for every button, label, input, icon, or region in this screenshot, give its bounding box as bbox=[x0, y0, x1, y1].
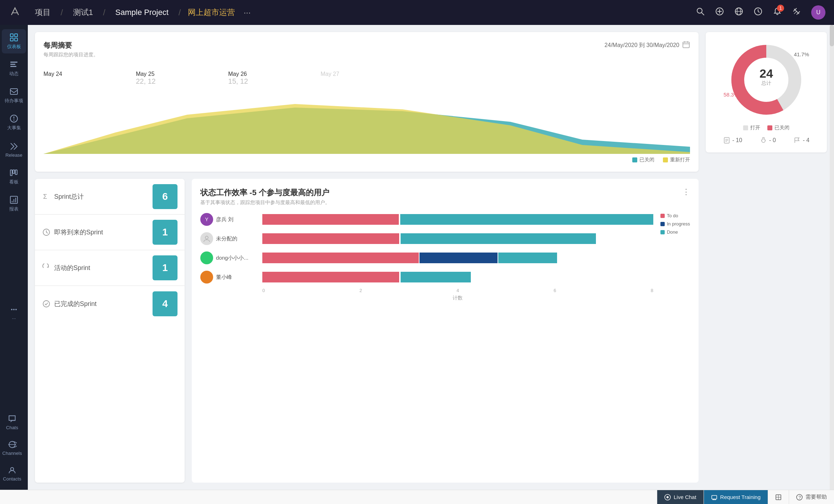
sidebar-item-more[interactable]: ··· bbox=[2, 301, 26, 325]
bottom-row: Σ Sprint总计 6 即将到来的Sprint 1 活动的Sprint bbox=[35, 179, 699, 483]
nav-sample-project[interactable]: Sample Project bbox=[113, 6, 171, 19]
left-panel: 每周摘要 每周跟踪您的项目进度。 24/May/2020 到 30/May/20… bbox=[35, 32, 699, 483]
sprint-completed-badge: 4 bbox=[153, 291, 177, 316]
svg-rect-26 bbox=[10, 170, 12, 176]
bar-chart-wrapper: Y 彦兵 刘 bbox=[200, 213, 690, 301]
help-label: 需要帮助 bbox=[805, 494, 827, 500]
svg-point-64 bbox=[666, 496, 669, 498]
sprint-upcoming-badge: 1 bbox=[153, 220, 177, 245]
sidebar-label-contacts: Contacts bbox=[3, 476, 21, 482]
svg-marker-44 bbox=[43, 104, 690, 154]
user4: 董小峰 bbox=[200, 271, 257, 284]
sprint-total-badge: 6 bbox=[153, 184, 177, 209]
day-spacer2 bbox=[505, 71, 598, 85]
user3-inprogress-bar bbox=[419, 253, 498, 263]
user3-name: dong小小小... bbox=[216, 255, 248, 261]
sidebar-label-dashboard: 仪表板 bbox=[7, 43, 21, 50]
user1-bars bbox=[262, 214, 653, 225]
breadcrumb-sep-1: / bbox=[61, 7, 63, 17]
user-avatar[interactable]: U bbox=[811, 5, 825, 20]
search-icon[interactable] bbox=[696, 7, 705, 19]
sprint-upcoming-card: 即将到来的Sprint 1 bbox=[35, 214, 185, 250]
breadcrumb-sep-2: / bbox=[103, 7, 105, 17]
svg-rect-18 bbox=[15, 38, 17, 41]
svg-text:总计: 总计 bbox=[761, 80, 771, 86]
tool-icon[interactable] bbox=[792, 7, 801, 19]
logo-icon[interactable] bbox=[9, 5, 21, 20]
add-icon[interactable] bbox=[715, 7, 724, 19]
efficiency-subtitle: 基于其事项状态，跟踪您项目中参与度最高和最低的用户。 bbox=[200, 199, 330, 206]
main-content: 每周摘要 每周跟踪您的项目进度。 24/May/2020 到 30/May/20… bbox=[28, 25, 834, 490]
legend-dot-done bbox=[660, 230, 665, 234]
right-panel: 24 总计 41.7% 58.3% 打开 已关闭 bbox=[706, 32, 827, 483]
calendar-icon[interactable] bbox=[682, 41, 690, 50]
x-label-8: 8 bbox=[651, 288, 653, 293]
lang-button[interactable] bbox=[768, 490, 789, 504]
donut-legend: 打开 已关闭 bbox=[714, 125, 818, 131]
sidebar-item-reports[interactable]: 报表 bbox=[2, 192, 26, 216]
svg-line-1 bbox=[702, 12, 704, 15]
chart-legend: 已关闭 重新打开 bbox=[43, 157, 690, 163]
user1-name: 彦兵 刘 bbox=[216, 216, 233, 223]
svg-rect-15 bbox=[10, 34, 13, 37]
nav-test1[interactable]: 测试1 bbox=[70, 6, 96, 19]
request-training-button[interactable]: Request Training bbox=[704, 490, 768, 504]
bar-chart: Y 彦兵 刘 bbox=[200, 213, 653, 284]
bar-row-user2: 未分配的 bbox=[200, 232, 653, 245]
sprint-total-card: Σ Sprint总计 6 bbox=[35, 179, 185, 214]
sidebar-item-board[interactable]: 看板 bbox=[2, 165, 26, 189]
sidebar-item-contacts[interactable]: Contacts bbox=[0, 461, 24, 485]
nav-more[interactable]: ··· bbox=[243, 7, 251, 17]
user3-avatar bbox=[200, 251, 213, 264]
donut-legend-closed: 已关闭 bbox=[767, 125, 789, 131]
user2-bars bbox=[262, 233, 653, 244]
day-may25: May 25 22, 12 bbox=[136, 71, 228, 85]
chart-legend-right: To do In progress Done bbox=[660, 213, 690, 301]
svg-rect-39 bbox=[683, 42, 689, 48]
sidebar-label-release: Release bbox=[5, 152, 22, 158]
sidebar-item-release[interactable]: Release bbox=[2, 137, 26, 162]
donut-dot-open bbox=[743, 125, 748, 130]
user4-avatar bbox=[200, 271, 213, 284]
x-label-6: 6 bbox=[554, 288, 556, 293]
svg-rect-22 bbox=[10, 89, 17, 94]
sidebar-item-chats[interactable]: Chats bbox=[0, 410, 24, 434]
svg-rect-27 bbox=[13, 170, 15, 173]
efficiency-card: 状态工作效率 -5 个参与度最高的用户 基于其事项状态，跟踪您项目中参与度最高和… bbox=[192, 179, 699, 483]
sidebar-item-activity[interactable]: 动态 bbox=[2, 56, 26, 80]
sidebar-item-dashboard[interactable]: 仪表板 bbox=[2, 29, 26, 53]
donut-dot-closed bbox=[767, 125, 772, 130]
clock-icon[interactable] bbox=[753, 7, 763, 19]
sprint-completed-card: 已完成的Sprint 4 bbox=[35, 286, 185, 321]
scroll-thumb[interactable] bbox=[830, 25, 834, 46]
legend-reopened: 重新打开 bbox=[663, 157, 690, 163]
globe-icon[interactable] bbox=[734, 7, 743, 19]
sidebar-item-channels[interactable]: Channels bbox=[0, 436, 24, 460]
scrollbar[interactable] bbox=[830, 25, 834, 490]
nav-current[interactable]: 网上超市运营 bbox=[188, 7, 235, 18]
svg-text:24: 24 bbox=[760, 67, 773, 80]
nav-projects[interactable]: 项目 bbox=[32, 6, 53, 19]
live-chat-button[interactable]: Live Chat bbox=[657, 490, 703, 504]
legend-dot-closed bbox=[632, 157, 637, 162]
bar-row-user3: dong小小小... bbox=[200, 251, 653, 264]
area-chart bbox=[35, 90, 699, 154]
user1-avatar: Y bbox=[200, 213, 213, 226]
topnav-right: 1 U bbox=[696, 5, 825, 20]
bar-row-user4: 董小峰 bbox=[200, 271, 653, 284]
sidebar-label-channels: Channels bbox=[2, 451, 22, 456]
x-label-4: 4 bbox=[457, 288, 459, 293]
bell-icon[interactable]: 1 bbox=[773, 7, 782, 19]
sprint-completed-label: 已完成的Sprint bbox=[42, 300, 97, 308]
day-may27: May 27 bbox=[320, 71, 413, 85]
user1-done-bar bbox=[400, 214, 653, 225]
date-range-text: 24/May/2020 到 30/May/2020 bbox=[604, 42, 679, 49]
help-button[interactable]: ? 需要帮助 bbox=[789, 490, 834, 504]
user3-todo-bar bbox=[262, 253, 419, 263]
sidebar-item-milestone[interactable]: 大事集 bbox=[2, 110, 26, 135]
user2-avatar bbox=[200, 232, 213, 245]
stat-doc: - 10 bbox=[723, 137, 742, 144]
sidebar-item-inbox[interactable]: 待办事项 bbox=[2, 83, 26, 108]
dots-menu-icon[interactable]: ⋮ bbox=[682, 187, 690, 197]
sidebar-label-more: ··· bbox=[12, 316, 16, 321]
